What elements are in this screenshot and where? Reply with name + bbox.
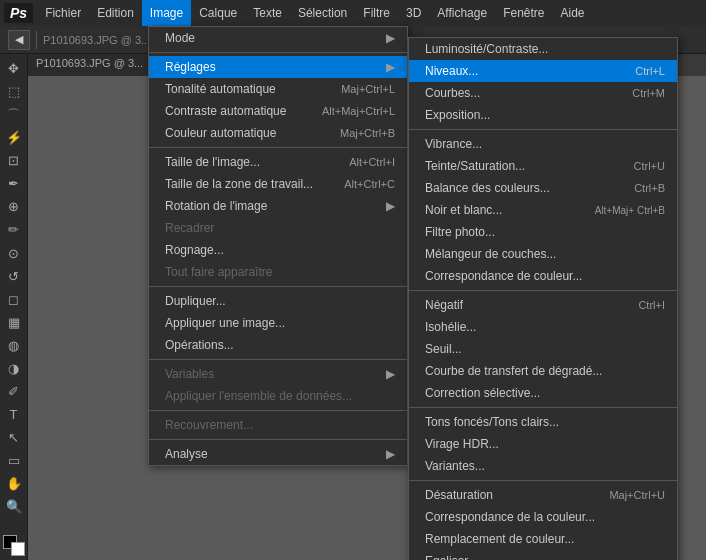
reglages-courbe-transfert[interactable]: Courbe de transfert de dégradé...	[409, 360, 677, 382]
tool-magic-wand[interactable]: ⚡	[3, 127, 25, 148]
reglages-niveaux[interactable]: Niveaux... Ctrl+L	[409, 60, 677, 82]
image-menu-tout-faire: Tout faire apparaître	[149, 261, 407, 283]
image-menu-couleur-auto[interactable]: Couleur automatique Maj+Ctrl+B	[149, 122, 407, 144]
tool-path-select[interactable]: ↖	[3, 427, 25, 448]
image-menu-reglages[interactable]: Réglages ▶	[149, 56, 407, 78]
menu-texte[interactable]: Texte	[245, 0, 290, 26]
reglages-balance[interactable]: Balance des couleurs... Ctrl+B	[409, 177, 677, 199]
tool-text[interactable]: T	[3, 404, 25, 425]
image-menu-rognage[interactable]: Rognage...	[149, 239, 407, 261]
tool-blur[interactable]: ◍	[3, 335, 25, 356]
image-menu-dupliquer[interactable]: Dupliquer...	[149, 290, 407, 312]
reglages-virage-hdr[interactable]: Virage HDR...	[409, 433, 677, 455]
tool-pen[interactable]: ✐	[3, 381, 25, 402]
reglages-courbes[interactable]: Courbes... Ctrl+M	[409, 82, 677, 104]
arrow-icon: ▶	[386, 447, 395, 461]
menu-selection[interactable]: Sélection	[290, 0, 355, 26]
arrow-icon: ▶	[386, 367, 395, 381]
reglages-negatif[interactable]: Négatif Ctrl+I	[409, 294, 677, 316]
menu-edition[interactable]: Edition	[89, 0, 142, 26]
reglages-teinte[interactable]: Teinte/Saturation... Ctrl+U	[409, 155, 677, 177]
arrow-icon: ▶	[386, 60, 395, 74]
menu-image[interactable]: Image	[142, 0, 191, 26]
reglages-exposition[interactable]: Exposition...	[409, 104, 677, 126]
tool-hand[interactable]: ✋	[3, 473, 25, 494]
tool-move[interactable]: ✥	[3, 58, 25, 79]
menu-3d[interactable]: 3D	[398, 0, 429, 26]
reglages-melangeur[interactable]: Mélangeur de couches...	[409, 243, 677, 265]
ps-logo: Ps	[4, 3, 33, 23]
tool-crop[interactable]: ⊡	[3, 150, 25, 171]
menu-fenetre[interactable]: Fenêtre	[495, 0, 552, 26]
image-menu-operations[interactable]: Opérations...	[149, 334, 407, 356]
tool-clone[interactable]: ⊙	[3, 243, 25, 264]
image-menu-contraste-auto[interactable]: Contraste automatique Alt+Maj+Ctrl+L	[149, 100, 407, 122]
tool-zoom[interactable]: 🔍	[3, 496, 25, 517]
toolbar-label: P1010693.JPG @ 3...	[43, 34, 150, 46]
reglages-noir-blanc[interactable]: Noir et blanc... Alt+Maj+ Ctrl+B	[409, 199, 677, 221]
image-menu-mode[interactable]: Mode ▶	[149, 27, 407, 49]
tool-healing[interactable]: ⊕	[3, 196, 25, 217]
reglages-correspondance-couleur[interactable]: Correspondance de couleur...	[409, 265, 677, 287]
menu-filtre[interactable]: Filtre	[355, 0, 398, 26]
menu-fichier[interactable]: Fichier	[37, 0, 89, 26]
image-menu-taille-zone[interactable]: Taille de la zone de travail... Alt+Ctrl…	[149, 173, 407, 195]
tool-lasso[interactable]: ⌒	[3, 104, 25, 125]
image-menu-recadrer: Recadrer	[149, 217, 407, 239]
tool-brush[interactable]: ✏	[3, 219, 25, 240]
reglages-seuil[interactable]: Seuil...	[409, 338, 677, 360]
tool-history-brush[interactable]: ↺	[3, 266, 25, 287]
image-menu-recouvrement: Recouvrement...	[149, 414, 407, 436]
reglages-luminosite[interactable]: Luminosité/Contraste...	[409, 38, 677, 60]
menubar: Ps Fichier Edition Image Calque Texte Sé…	[0, 0, 706, 26]
reglages-remplacement-couleur[interactable]: Remplacement de couleur...	[409, 528, 677, 550]
menu-aide[interactable]: Aide	[553, 0, 593, 26]
toolbar-arrow[interactable]: ◀	[8, 30, 30, 50]
reglages-tons-fonces[interactable]: Tons foncés/Tons clairs...	[409, 411, 677, 433]
reglages-variantes[interactable]: Variantes...	[409, 455, 677, 477]
image-menu-rotation[interactable]: Rotation de l'image ▶	[149, 195, 407, 217]
arrow-icon: ▶	[386, 31, 395, 45]
tool-dodge[interactable]: ◑	[3, 358, 25, 379]
reglages-menu: Luminosité/Contraste... Niveaux... Ctrl+…	[408, 37, 678, 560]
reglages-correction-selective[interactable]: Correction sélective...	[409, 382, 677, 404]
menu-calque[interactable]: Calque	[191, 0, 245, 26]
tool-eraser[interactable]: ◻	[3, 289, 25, 310]
image-menu-tonalite-auto[interactable]: Tonalité automatique Maj+Ctrl+L	[149, 78, 407, 100]
canvas-tab-main[interactable]: P1010693.JPG @ 3...	[28, 54, 152, 76]
tool-gradient[interactable]: ▦	[3, 312, 25, 333]
color-swatch[interactable]	[3, 535, 25, 556]
tool-shape[interactable]: ▭	[3, 450, 25, 471]
reglages-egaliser[interactable]: Egaliser	[409, 550, 677, 560]
image-menu-taille-image[interactable]: Taille de l'image... Alt+Ctrl+I	[149, 151, 407, 173]
menu-affichage[interactable]: Affichage	[429, 0, 495, 26]
tool-eyedropper[interactable]: ✒	[3, 173, 25, 194]
image-menu-variables: Variables ▶	[149, 363, 407, 385]
image-menu-appliquer-image[interactable]: Appliquer une image...	[149, 312, 407, 334]
reglages-correspondance-la-couleur[interactable]: Correspondance de la couleur...	[409, 506, 677, 528]
image-menu-appliquer-ensemble: Appliquer l'ensemble de données...	[149, 385, 407, 407]
reglages-filtre-photo[interactable]: Filtre photo...	[409, 221, 677, 243]
image-menu: Mode ▶ Réglages ▶ Tonalité automatique M…	[148, 26, 408, 466]
reglages-isohelie[interactable]: Isohélie...	[409, 316, 677, 338]
tool-selection-rect[interactable]: ⬚	[3, 81, 25, 102]
arrow-icon: ▶	[386, 199, 395, 213]
reglages-desaturation[interactable]: Désaturation Maj+Ctrl+U	[409, 484, 677, 506]
left-sidebar: ✥ ⬚ ⌒ ⚡ ⊡ ✒ ⊕ ✏ ⊙ ↺ ◻ ▦ ◍ ◑ ✐ T ↖ ▭ ✋ 🔍	[0, 54, 28, 560]
reglages-vibrance[interactable]: Vibrance...	[409, 133, 677, 155]
image-menu-analyse[interactable]: Analyse ▶	[149, 443, 407, 465]
